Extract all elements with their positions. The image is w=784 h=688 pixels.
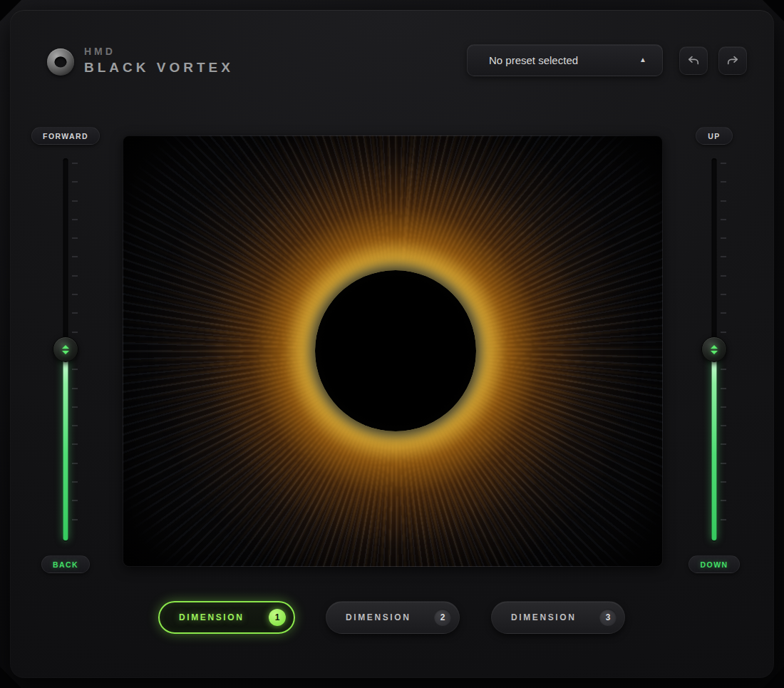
left-slider-thumb[interactable] <box>53 337 78 362</box>
dimension-1-label: DIMENSION <box>179 612 244 622</box>
undo-icon <box>686 53 701 68</box>
vortex-display <box>123 135 663 567</box>
down-label: DOWN <box>688 555 740 573</box>
brand-name: HMD <box>84 46 115 57</box>
preset-dropdown-arrow-icon: ▲ <box>639 56 646 63</box>
right-slider[interactable] <box>701 158 727 542</box>
thumb-down-chevron-icon <box>62 351 69 354</box>
left-slider[interactable] <box>53 158 78 542</box>
plugin-window: HMD BLACK VORTEX No preset selected ▲ FO… <box>0 0 784 688</box>
redo-button[interactable] <box>718 46 747 75</box>
dimension-2-label: DIMENSION <box>346 612 411 622</box>
left-slider-fill <box>63 349 68 540</box>
dimension-3-badge: 3 <box>599 609 617 626</box>
dimension-2-badge: 2 <box>434 609 451 626</box>
dimension-3-button[interactable]: DIMENSION 3 <box>491 601 625 634</box>
preset-selector[interactable]: No preset selected ▲ <box>467 44 663 76</box>
dimension-1-button[interactable]: DIMENSION 1 <box>158 601 295 634</box>
product-name: BLACK VORTEX <box>84 60 234 76</box>
thumb-up-chevron-icon <box>62 345 69 349</box>
thumb-down-chevron-icon <box>711 351 718 354</box>
hmd-ring-logo-icon <box>47 48 74 76</box>
undo-button[interactable] <box>679 46 708 75</box>
thumb-up-chevron-icon <box>711 345 718 349</box>
dimension-2-button[interactable]: DIMENSION 2 <box>326 601 460 634</box>
up-label: UP <box>696 127 733 145</box>
dimension-1-badge: 1 <box>269 609 286 626</box>
vortex-vignette <box>123 135 663 567</box>
dimension-3-label: DIMENSION <box>511 612 576 622</box>
right-slider-fill <box>712 349 717 540</box>
redo-icon <box>726 53 740 68</box>
forward-label: FORWARD <box>31 127 100 145</box>
preset-selector-value: No preset selected <box>489 54 578 66</box>
right-slider-thumb[interactable] <box>701 337 727 362</box>
back-label: BACK <box>41 555 90 573</box>
